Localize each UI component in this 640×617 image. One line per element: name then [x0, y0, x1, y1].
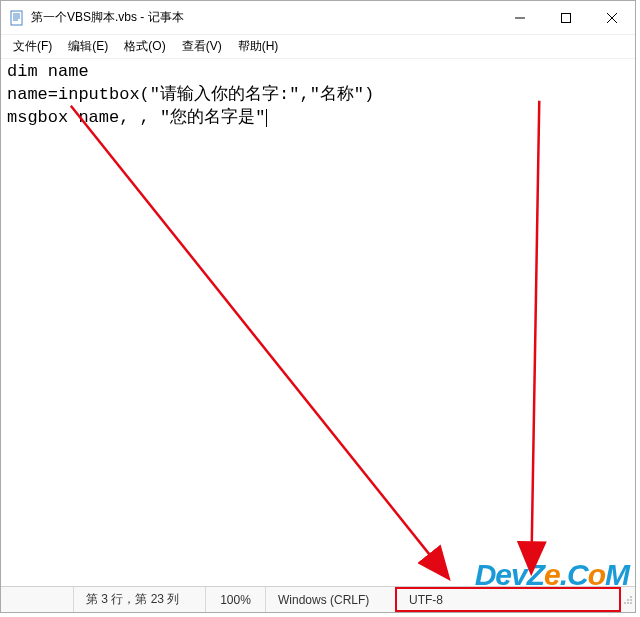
editor-content: dim name name=inputbox("请输入你的名字:","名称") …	[7, 62, 374, 127]
menu-help[interactable]: 帮助(H)	[230, 36, 287, 57]
svg-point-10	[627, 599, 629, 601]
statusbar: 第 3 行，第 23 列 100% Windows (CRLF) UTF-8	[1, 586, 635, 612]
svg-point-14	[630, 602, 632, 604]
maximize-button[interactable]	[543, 1, 589, 34]
svg-rect-6	[562, 13, 571, 22]
notepad-icon	[9, 10, 25, 26]
svg-point-9	[630, 596, 632, 598]
menu-view[interactable]: 查看(V)	[174, 36, 230, 57]
notepad-window: 第一个VBS脚本.vbs - 记事本 文件(F) 编辑(E) 格式(O) 查看(…	[0, 0, 636, 613]
window-title: 第一个VBS脚本.vbs - 记事本	[31, 9, 497, 26]
menubar: 文件(F) 编辑(E) 格式(O) 查看(V) 帮助(H)	[1, 35, 635, 59]
svg-point-12	[624, 602, 626, 604]
menu-file[interactable]: 文件(F)	[5, 36, 60, 57]
text-cursor	[266, 109, 267, 127]
svg-point-11	[630, 599, 632, 601]
status-position: 第 3 行，第 23 列	[73, 587, 205, 612]
status-line-ending: Windows (CRLF)	[265, 587, 395, 612]
svg-point-13	[627, 602, 629, 604]
status-zoom: 100%	[205, 587, 265, 612]
titlebar: 第一个VBS脚本.vbs - 记事本	[1, 1, 635, 35]
resize-grip-icon[interactable]	[621, 593, 635, 607]
menu-format[interactable]: 格式(O)	[116, 36, 173, 57]
text-editor[interactable]: dim name name=inputbox("请输入你的名字:","名称") …	[1, 59, 635, 586]
minimize-button[interactable]	[497, 1, 543, 34]
menu-edit[interactable]: 编辑(E)	[60, 36, 116, 57]
close-button[interactable]	[589, 1, 635, 34]
status-encoding: UTF-8	[395, 587, 621, 612]
window-controls	[497, 1, 635, 34]
